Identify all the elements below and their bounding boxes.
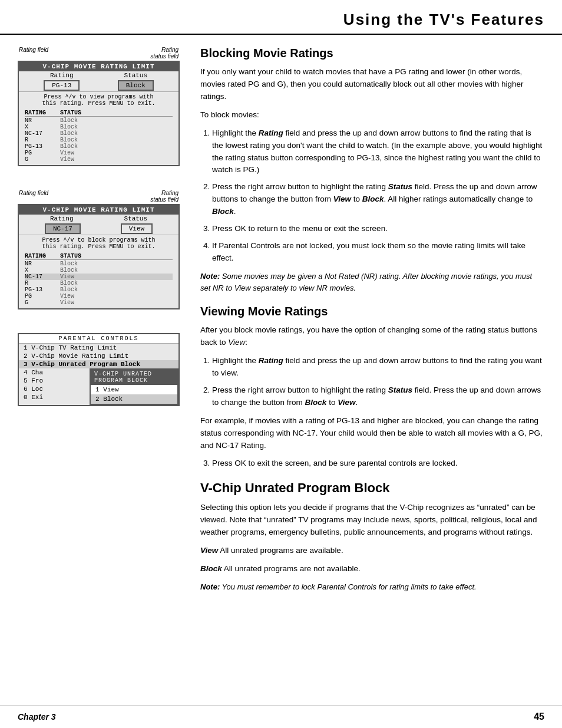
screen1-label-left: Rating field [19, 47, 48, 60]
blocking-heading: Blocking Movie Ratings [200, 47, 544, 60]
blocking-step-1: Highlight the Rating field and press the… [212, 127, 544, 177]
screen2-table-header: RATING STATUS [25, 253, 173, 260]
screen2-title: V-CHIP MOVIE RATING LIMIT [19, 205, 178, 215]
screen2-cell1: NC-17 [45, 223, 81, 234]
screen1-instruction: Press ^/v to view programs withthis rati… [19, 91, 178, 108]
parental-item: 2 V-Chip Movie Rating Limit [19, 352, 178, 360]
screen1-cell2: Block [118, 80, 154, 91]
vchip-heading: V-Chip Unrated Program Block [200, 480, 544, 496]
main-content: Rating field Rating status field V-CHIP … [0, 35, 562, 611]
vchip-block-line: Block All unrated programs are not avail… [200, 563, 544, 575]
screen2-highlight: NC-17 View [19, 223, 178, 235]
blocking-intro: If you only want your child to watch mov… [200, 66, 544, 103]
blocking-step-3: Press OK to return to the menu or exit t… [212, 223, 544, 235]
screen1-table: RATING STATUS NRBlock XBlock NC-17Block … [19, 108, 178, 165]
table-row: GView [25, 156, 173, 163]
parental-item-highlighted: 3 V-Chip Unrated Program Block [19, 360, 178, 368]
screen2-table: RATING STATUS NRBlock XBlock NC-17View R… [19, 252, 178, 308]
screen2-instruction: Press ^/v to block programs withthis rat… [19, 235, 178, 252]
screen1-labels: Rating field Rating status field [18, 47, 180, 60]
table-row: PG-13Block [25, 143, 173, 150]
viewing-step3-list: Press OK to exit the screen, and be sure… [212, 457, 544, 470]
vchip-intro: Selecting this option lets you decide if… [200, 502, 544, 539]
table-row: GView [25, 299, 173, 306]
screen1-table-header: RATING STATUS [25, 110, 173, 117]
table-row: NRBlock [25, 117, 173, 124]
screen2-label-left: Rating field [19, 190, 48, 203]
parental-controls-box: PARENTAL CONTROLS 1 V-Chip TV Rating Lim… [18, 333, 180, 406]
table-row: PGView [25, 293, 173, 299]
blocking-steps: Highlight the Rating field and press the… [212, 127, 544, 265]
screen2-cell2: View [121, 223, 153, 234]
blocking-step-2: Press the right arrow button to highligh… [212, 181, 544, 218]
viewing-step-3: Press OK to exit the screen, and be sure… [212, 457, 544, 470]
screen3-container: PARENTAL CONTROLS 1 V-Chip TV Rating Lim… [18, 333, 180, 406]
screen1-box: V-CHIP MOVIE RATING LIMIT Rating Status … [18, 61, 180, 166]
table-row: PG-13Block [25, 286, 173, 293]
screen1-subtitle: Rating Status [19, 71, 178, 80]
vchip-note: Note: You must remember to lock Parental… [200, 581, 544, 593]
table-row: PGView [25, 150, 173, 156]
screen2-labels: Rating field Rating status field [18, 190, 180, 203]
parental-item: 4 Cha [19, 368, 54, 377]
blocking-step-4: If Parental Controls are not locked, you… [212, 240, 544, 265]
table-row: NC-17View [25, 274, 173, 280]
screen1-cell1: PG-13 [44, 80, 80, 91]
table-row: NRBlock [25, 261, 173, 267]
parental-item: 1 V-Chip TV Rating Limit [19, 344, 178, 352]
parental-item: 6 Loc [19, 385, 54, 393]
right-column: Blocking Movie Ratings If you only want … [189, 35, 562, 611]
page-footer: Chapter 3 45 [0, 705, 562, 728]
viewing-step-2: Press the right arrow button to highligh… [212, 384, 544, 409]
submenu-box: V-CHIP UNRATED PROGRAM BLOCK 1 View 2 Bl… [90, 368, 178, 405]
viewing-steps: Highlight the Rating field and press the… [212, 355, 544, 409]
screen2-box: V-CHIP MOVIE RATING LIMIT Rating Status … [18, 204, 180, 309]
parental-items-truncated: 4 Cha 5 Fro 6 Loc 0 Exi [19, 368, 54, 401]
blocking-note: Note: Some movies may be given a Not Rat… [200, 271, 544, 294]
screen1-label-right: Rating status field [150, 47, 178, 60]
screen1-title: V-CHIP MOVIE RATING LIMIT [19, 62, 178, 71]
parental-item: 5 Fro [19, 377, 54, 385]
submenu-item-highlighted: 2 Block [91, 394, 177, 404]
screen2-label-right: Rating status field [150, 190, 178, 203]
viewing-step-1: Highlight the Rating field and press the… [212, 355, 544, 380]
viewing-intro: After you block movie ratings, you have … [200, 324, 544, 349]
viewing-para: For example, if movies with a rating of … [200, 415, 544, 452]
screen2-container: Rating field Rating status field V-CHIP … [18, 190, 180, 309]
screen2-subtitle: Rating Status [19, 215, 178, 223]
parental-item: 0 Exi [19, 393, 54, 401]
parental-title: PARENTAL CONTROLS [19, 334, 178, 344]
submenu-title: V-CHIP UNRATED PROGRAM BLOCK [91, 370, 177, 385]
footer-chapter: Chapter 3 [18, 712, 56, 722]
left-column: Rating field Rating status field V-CHIP … [0, 35, 189, 611]
parental-submenu-row: 4 Cha 5 Fro 6 Loc 0 Exi V-CHIP UNRATED P… [19, 368, 178, 405]
table-row: NC-17Block [25, 130, 173, 137]
viewing-heading: Viewing Movie Ratings [200, 305, 544, 318]
table-row: RBlock [25, 280, 173, 286]
page-title: Using the TV's Features [18, 11, 544, 29]
page-header: Using the TV's Features [0, 0, 562, 35]
screen1-container: Rating field Rating status field V-CHIP … [18, 47, 180, 166]
blocking-to-block: To block movies: [200, 109, 544, 121]
table-row: XBlock [25, 267, 173, 274]
footer-page: 45 [534, 711, 544, 722]
screen1-highlight: PG-13 Block [19, 80, 178, 91]
table-row: RBlock [25, 137, 173, 143]
vchip-view-line: View All unrated programs are available. [200, 545, 544, 557]
submenu-item: 1 View [91, 385, 177, 394]
table-row: XBlock [25, 124, 173, 130]
